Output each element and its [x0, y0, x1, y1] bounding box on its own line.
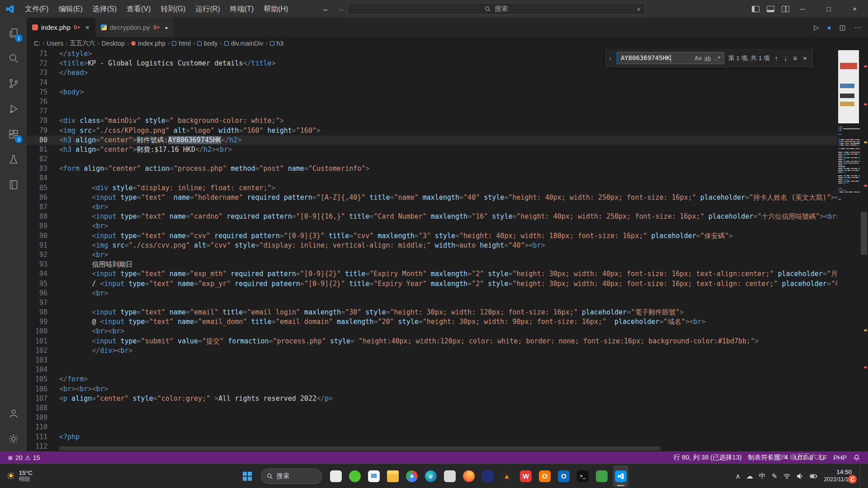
menu-item[interactable]: 转到(G) [156, 0, 190, 18]
code-line[interactable]: 109 [27, 413, 860, 422]
nav-forward-icon[interactable]: → [336, 4, 344, 14]
testing-icon[interactable] [0, 147, 27, 172]
code-line[interactable]: 105</form> [27, 375, 860, 384]
scrollbar-thumb[interactable] [861, 212, 867, 255]
search-view-icon[interactable] [0, 46, 27, 71]
code-line[interactable]: 103 [27, 356, 860, 365]
code-line[interactable]: 95 / <input type="text" name="exp_yr" re… [27, 279, 860, 289]
customize-layout-icon[interactable] [782, 6, 789, 12]
code-line[interactable]: 100 <br><br> [27, 327, 860, 336]
code-line[interactable]: 104 [27, 365, 860, 375]
settings-gear-icon[interactable] [0, 426, 27, 451]
menu-item[interactable]: 查看(V) [122, 0, 156, 18]
nav-back-icon[interactable]: ← [322, 4, 330, 14]
volume-icon[interactable] [797, 473, 804, 479]
code-line[interactable]: 108 [27, 404, 860, 413]
code-line[interactable]: 92 <br> [27, 250, 860, 260]
breadcrumb-item[interactable]: Desktop [101, 40, 126, 47]
weather-widget[interactable]: ☀ 15°C 晴朗 [0, 464, 39, 488]
taskbar-app-app-green[interactable] [594, 465, 609, 487]
code-line[interactable]: 76 [27, 97, 860, 107]
encoding[interactable]: UTF-8 [791, 451, 816, 464]
find-input[interactable]: AY806369745HK Aa ab .* [617, 52, 724, 64]
code-line[interactable]: 94 <input type="text" name="exp_mth" req… [27, 269, 860, 279]
code-line[interactable]: 74 [27, 78, 860, 88]
toggle-sidebar-icon[interactable] [752, 6, 760, 12]
code-line[interactable]: 107<p align="center" style="color:grey;"… [27, 394, 860, 404]
code-line[interactable]: 101 <input type="submit" value="提交" form… [27, 337, 860, 346]
code-line[interactable]: 79<img src="./css/KPlogo.png" alt="logo"… [27, 126, 860, 136]
start-button[interactable] [240, 469, 255, 484]
language-mode[interactable]: PHP [830, 451, 850, 464]
cloud-icon[interactable]: ☁ [746, 472, 753, 480]
find-collapse-chevron-icon[interactable]: › [608, 54, 613, 62]
taskbar-app-firefox[interactable] [461, 465, 476, 487]
match-case-toggle[interactable]: Aa [693, 54, 703, 62]
minimap[interactable] [837, 49, 860, 451]
maximize-button[interactable]: □ [816, 0, 842, 18]
code-line[interactable]: 98 <input type="text" name="email" title… [27, 308, 860, 317]
find-next-icon[interactable]: ↓ [783, 54, 788, 62]
code-line[interactable]: 73</head> [27, 68, 860, 78]
whole-word-toggle[interactable]: ab [703, 54, 712, 62]
find-previous-icon[interactable]: ↑ [774, 54, 779, 62]
horizontal-scrollbar[interactable] [59, 446, 660, 450]
code-line[interactable]: 84 [27, 174, 860, 183]
code-line[interactable]: 96 <br> [27, 289, 860, 298]
more-actions-button[interactable]: ⋯ [854, 23, 861, 32]
problems-status[interactable]: ⊗ 20 ⚠ 15 [5, 451, 43, 464]
split-editor-button[interactable]: ◫ [840, 23, 846, 32]
battery-icon[interactable] [810, 474, 818, 479]
code-line[interactable]: 83<form align="center" action="process.p… [27, 164, 860, 174]
breadcrumb-item[interactable]: html [171, 40, 191, 47]
taskbar-app-vscode[interactable] [613, 465, 628, 487]
code-area[interactable]: 71</style>72<title>KP - Global Logistics… [27, 49, 860, 451]
extensions-icon[interactable]: 3 [0, 122, 27, 147]
find-close-icon[interactable]: × [802, 54, 808, 62]
breadcrumb-item[interactable]: h3 [269, 40, 285, 47]
taskbar-app-app-navy[interactable] [480, 465, 495, 487]
pen-icon[interactable]: ✎ [772, 472, 778, 480]
breadcrumb-item[interactable]: index.php [130, 40, 166, 47]
source-control-icon[interactable] [0, 71, 27, 96]
menu-item[interactable]: 编辑(E) [53, 0, 87, 18]
eol[interactable]: LF [816, 451, 830, 464]
code-line[interactable]: 80<h3 align="center">郵件號碼:AY806369745HK<… [27, 136, 860, 145]
notifications-bell-icon[interactable] [850, 451, 863, 464]
code-line[interactable]: 88 <input type="text" name="cardno" requ… [27, 212, 860, 221]
taskbar-search[interactable]: 搜索 [261, 469, 322, 484]
code-line[interactable]: 87 <br> [27, 202, 860, 212]
taskbar-app-mail[interactable]: ✉ [366, 465, 382, 487]
code-line[interactable]: 89 <br> [27, 221, 860, 231]
run-file-button[interactable]: ▷ [814, 23, 819, 32]
code-line[interactable]: 75<body> [27, 88, 860, 97]
menu-item[interactable]: 终端(T) [225, 0, 259, 18]
breadcrumb-item[interactable]: div.mainDiv [223, 40, 264, 47]
minimize-button[interactable]: ─ [789, 0, 816, 18]
taskbar-app-edge[interactable]: e [423, 465, 439, 487]
indentation[interactable]: 制表符长度: 4 [745, 451, 792, 464]
command-center-search[interactable]: 搜索 ∨ [347, 3, 646, 15]
account-icon[interactable] [0, 401, 27, 426]
show-desktop-button[interactable] [859, 464, 862, 488]
open-in-browser-button[interactable]: ● [827, 23, 831, 31]
breadcrumb-item[interactable]: Users [46, 40, 64, 47]
menu-item[interactable]: 选择(S) [88, 0, 122, 18]
ime-indicator[interactable]: 中 [759, 472, 766, 480]
taskbar-app-chrome[interactable] [404, 465, 420, 487]
toggle-panel-icon[interactable] [767, 6, 774, 12]
code-line[interactable]: 111<?php [27, 432, 860, 442]
notebook-icon[interactable] [0, 172, 27, 197]
code-line[interactable]: 78<div class="mainDiv" style=" backgroun… [27, 116, 860, 126]
code-line[interactable]: 91 <img src="./css/cvv.png" alt="cvv" st… [27, 241, 860, 250]
code-line[interactable]: 81<h3 align="center">郵費:$17.16 HKD</h2><… [27, 145, 860, 155]
regex-toggle[interactable]: .* [712, 54, 722, 62]
code-line[interactable]: 86 <input type="text" name="holdername" … [27, 193, 860, 202]
close-tab-icon[interactable]: × [85, 23, 90, 31]
tab-decryption-py[interactable]: decryption.py 9+ ● [95, 18, 174, 37]
menu-item[interactable]: 帮助(H) [259, 0, 293, 18]
code-line[interactable]: 97 [27, 298, 860, 308]
breadcrumb-item[interactable]: C: [33, 40, 41, 47]
taskbar-app-office-orange[interactable]: O [537, 465, 552, 487]
taskbar-app-wps[interactable]: W [518, 465, 533, 487]
